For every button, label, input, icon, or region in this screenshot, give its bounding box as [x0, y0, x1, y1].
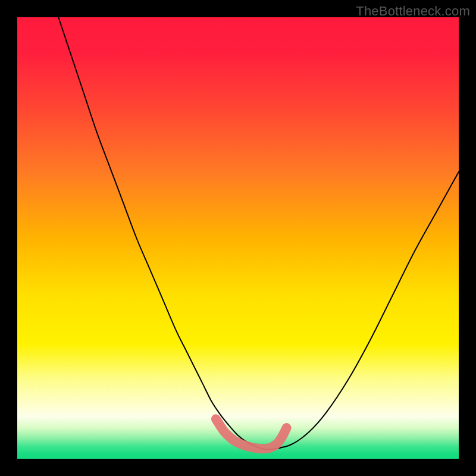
watermark-text: TheBottleneck.com	[356, 4, 470, 19]
plot-area	[17, 17, 459, 459]
chart-frame: TheBottleneck.com	[0, 0, 476, 476]
chart-svg	[17, 17, 459, 459]
gradient-background	[17, 17, 459, 459]
